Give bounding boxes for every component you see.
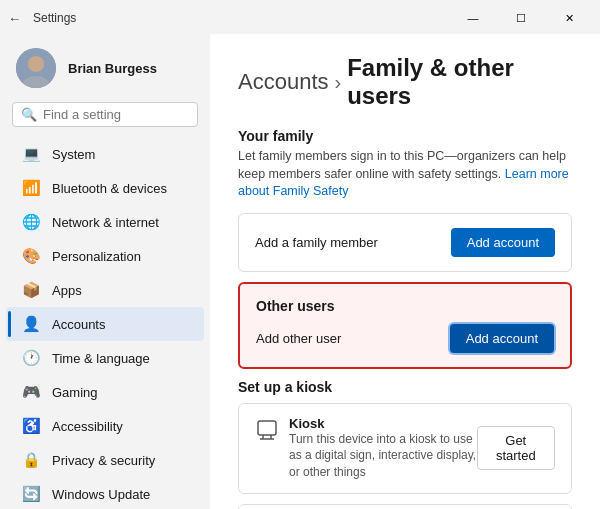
- system-icon: 💻: [22, 145, 40, 163]
- sidebar-item-gaming[interactable]: 🎮Gaming: [6, 375, 204, 409]
- sidebar-item-update[interactable]: 🔄Windows Update: [6, 477, 204, 509]
- add-other-user-label: Add other user: [256, 331, 341, 346]
- add-family-card: Add a family member Add account: [238, 213, 572, 272]
- sidebar-item-label: Gaming: [52, 385, 98, 400]
- bluetooth-icon: 📶: [22, 179, 40, 197]
- time-icon: 🕐: [22, 349, 40, 367]
- add-family-label: Add a family member: [255, 235, 378, 250]
- other-users-row: Add other user Add account: [256, 324, 554, 353]
- sidebar-item-label: Bluetooth & devices: [52, 181, 167, 196]
- help-section: ⚙ Help from the web ⌃ Creating a local u…: [238, 504, 572, 509]
- sidebar-item-label: Privacy & security: [52, 453, 155, 468]
- sidebar-item-apps[interactable]: 📦Apps: [6, 273, 204, 307]
- page-header: Accounts › Family & other users: [238, 54, 572, 110]
- sidebar-item-label: Accessibility: [52, 419, 123, 434]
- accessibility-icon: ♿: [22, 417, 40, 435]
- apps-icon: 📦: [22, 281, 40, 299]
- other-users-section: Other users Add other user Add account: [238, 282, 572, 369]
- add-family-button[interactable]: Add account: [451, 228, 555, 257]
- user-profile: Brian Burgess: [0, 38, 210, 102]
- add-other-user-button[interactable]: Add account: [450, 324, 554, 353]
- sidebar-item-label: Accounts: [52, 317, 105, 332]
- sidebar-item-network[interactable]: 🌐Network & internet: [6, 205, 204, 239]
- kiosk-section: Set up a kiosk Kiosk Turn this device in…: [238, 379, 572, 494]
- breadcrumb: Accounts: [238, 69, 329, 95]
- search-input[interactable]: [43, 107, 210, 122]
- kiosk-icon: [255, 418, 279, 447]
- sidebar-item-system[interactable]: 💻System: [6, 137, 204, 171]
- sidebar-item-personalization[interactable]: 🎨Personalization: [6, 239, 204, 273]
- svg-point-1: [28, 56, 44, 72]
- sidebar-item-label: Network & internet: [52, 215, 159, 230]
- update-icon: 🔄: [22, 485, 40, 503]
- sidebar: Brian Burgess 🔍 💻System📶Bluetooth & devi…: [0, 34, 210, 509]
- sidebar-item-bluetooth[interactable]: 📶Bluetooth & devices: [6, 171, 204, 205]
- title-bar: ← Settings — ☐ ✕: [0, 0, 600, 34]
- sidebar-item-label: Apps: [52, 283, 82, 298]
- user-name: Brian Burgess: [68, 61, 157, 76]
- maximize-button[interactable]: ☐: [498, 3, 544, 33]
- help-header[interactable]: ⚙ Help from the web ⌃: [239, 505, 571, 509]
- minimize-button[interactable]: —: [450, 3, 496, 33]
- sidebar-item-time[interactable]: 🕐Time & language: [6, 341, 204, 375]
- window-title: Settings: [33, 11, 76, 25]
- sidebar-item-label: Personalization: [52, 249, 141, 264]
- page-title: Family & other users: [347, 54, 572, 110]
- sidebar-item-accessibility[interactable]: ♿Accessibility: [6, 409, 204, 443]
- main-content: Accounts › Family & other users Your fam…: [210, 34, 600, 509]
- search-box[interactable]: 🔍: [12, 102, 198, 127]
- search-icon: 🔍: [21, 107, 37, 122]
- accounts-icon: 👤: [22, 315, 40, 333]
- privacy-icon: 🔒: [22, 451, 40, 469]
- avatar: [16, 48, 56, 88]
- gaming-icon: 🎮: [22, 383, 40, 401]
- sidebar-item-accounts[interactable]: 👤Accounts: [6, 307, 204, 341]
- your-family-section: Your family Let family members sign in t…: [238, 128, 572, 272]
- breadcrumb-arrow: ›: [335, 71, 342, 94]
- get-started-button[interactable]: Get started: [477, 426, 555, 470]
- your-family-desc: Let family members sign in to this PC—or…: [238, 148, 572, 201]
- sidebar-item-label: System: [52, 147, 95, 162]
- back-icon[interactable]: ←: [8, 11, 21, 26]
- other-users-title: Other users: [256, 298, 554, 314]
- kiosk-info: Kiosk Turn this device into a kiosk to u…: [255, 416, 477, 481]
- kiosk-desc: Turn this device into a kiosk to use as …: [289, 431, 477, 481]
- sidebar-item-label: Windows Update: [52, 487, 150, 502]
- kiosk-name: Kiosk: [289, 416, 477, 431]
- sidebar-item-label: Time & language: [52, 351, 150, 366]
- svg-rect-3: [258, 421, 276, 435]
- kiosk-card: Kiosk Turn this device into a kiosk to u…: [238, 403, 572, 494]
- kiosk-title: Set up a kiosk: [238, 379, 572, 395]
- network-icon: 🌐: [22, 213, 40, 231]
- your-family-title: Your family: [238, 128, 572, 144]
- sidebar-item-privacy[interactable]: 🔒Privacy & security: [6, 443, 204, 477]
- personalization-icon: 🎨: [22, 247, 40, 265]
- close-button[interactable]: ✕: [546, 3, 592, 33]
